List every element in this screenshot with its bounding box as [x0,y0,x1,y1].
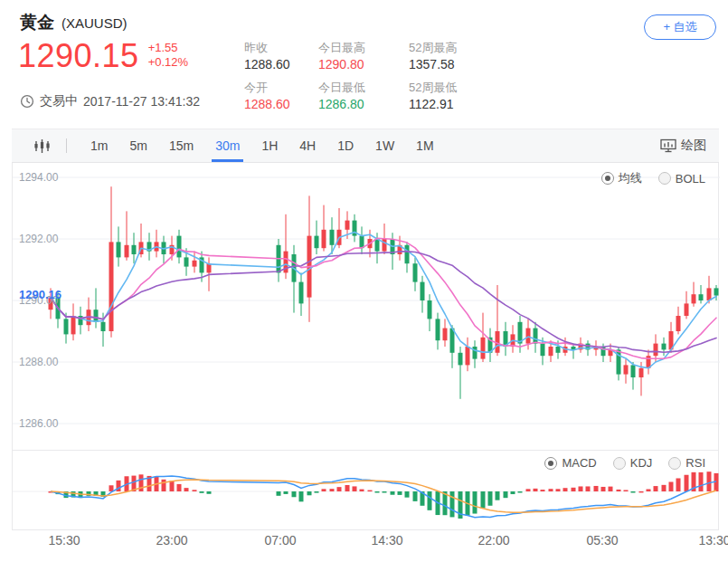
chart-toolbar: 1m5m15m30m1H4H1D1W1M 绘图 [12,129,719,163]
stat-cell-0: 昨收1288.60 [244,40,318,80]
stat-label: 52周最低 [409,80,508,95]
overlay-option-BOLL[interactable]: BOLL [658,172,705,186]
clock-icon [20,94,34,109]
draw-tools-label: 绘图 [681,138,706,154]
x-axis-tick: 13:30 [698,533,728,548]
price-block: 1290.15 +1.55 +0.12% [18,38,188,74]
stat-label: 今日最高 [318,40,409,55]
stat-value: 1288.60 [244,96,318,112]
stat-value: 1288.60 [244,56,318,72]
stat-value: 1357.58 [409,56,508,72]
y-axis-tick: 1288.00 [19,356,58,368]
x-axis-tick: 14:30 [371,533,402,548]
price-change: +1.55 [148,41,188,55]
stat-value: 1290.80 [318,56,409,72]
instrument-name: 黄金 [20,11,54,34]
draw-board-icon [660,138,676,153]
x-axis-tick: 05:30 [586,533,618,548]
instrument-title: 黄金 (XAUUSD) [20,11,128,34]
radio-label: 均线 [619,170,642,186]
radio-icon [601,172,614,185]
stat-label: 昨收 [244,40,318,55]
y-axis-tick: 1294.00 [19,171,58,184]
radio-icon [658,172,671,185]
draw-tools-button[interactable]: 绘图 [660,138,706,154]
radio-label: MACD [562,456,596,470]
timeframe-tab-1m[interactable]: 1m [80,129,118,162]
timeframe-tab-1D[interactable]: 1D [326,129,364,162]
indicator-option-RSI[interactable]: RSI [668,456,705,470]
radio-label: RSI [685,456,705,470]
stat-cell-2: 52周最高1357.58 [409,40,508,80]
timeframe-tabs: 1m5m15m30m1H4H1D1W1M [80,129,445,162]
y-axis-tick: 1292.00 [19,233,58,245]
stat-label: 今开 [244,80,318,95]
stat-label: 今日最低 [318,80,409,95]
indicator-selector: MACDKDJRSI [528,456,705,470]
x-axis-tick: 22:00 [477,533,509,548]
stat-value: 1122.91 [409,96,508,112]
timeframe-tab-1W[interactable]: 1W [364,129,405,162]
candlestick-chart[interactable] [13,163,720,450]
chart-area[interactable]: 1294.001292.001290.001288.001286.00 1290… [12,163,719,530]
stat-cell-1: 今日最高1290.80 [318,40,409,80]
indicator-option-MACD[interactable]: MACD [544,456,596,470]
trading-status-row: 交易中 2017-11-27 13:41:32 [20,93,200,110]
timeframe-tab-30m[interactable]: 30m [204,129,251,162]
overlay-selector: 均线BOLL [585,170,705,186]
x-axis-tick: 23:00 [156,533,187,548]
radio-label: BOLL [676,172,705,186]
stat-cell-5: 52周最低1122.91 [409,80,508,119]
timeframe-tab-4H[interactable]: 4H [288,129,326,162]
current-price-label: 1290.16 [19,288,61,302]
last-price: 1290.15 [18,38,139,74]
toolbar-divider [66,138,67,153]
timeframe-tab-15m[interactable]: 15m [158,129,204,162]
instrument-symbol: (XAUUSD) [61,15,128,31]
x-axis-tick: 15:30 [48,533,80,548]
radio-label: KDJ [630,456,653,470]
timeframe-tab-5m[interactable]: 5m [118,129,157,162]
timeframe-tab-1H[interactable]: 1H [251,129,288,162]
trading-status: 交易中 [40,93,78,110]
stats-grid: 昨收1288.60今日最高1290.8052周最高1357.58今开1288.6… [244,40,534,119]
radio-icon [544,457,557,470]
price-change-percent: +0.12% [148,55,188,70]
y-axis-tick: 1286.00 [19,417,58,430]
stat-value: 1286.80 [318,96,409,112]
timeframe-tab-1M[interactable]: 1M [405,129,444,162]
overlay-option-均线[interactable]: 均线 [601,170,642,186]
candlestick-chart-icon[interactable] [33,138,52,154]
add-watchlist-button[interactable]: + 自选 [644,14,716,40]
quote-datetime: 2017-11-27 13:41:32 [83,94,200,109]
x-axis-labels: 15:3023:0007:0014:3022:0005:3013:30 [12,533,728,553]
indicator-option-KDJ[interactable]: KDJ [613,456,653,470]
quote-page: { "page": { "title": "黄金", "symbol": "(X… [0,0,728,562]
stat-cell-4: 今日最低1286.80 [318,80,409,119]
stat-cell-3: 今开1288.60 [244,80,318,119]
radio-icon [613,457,626,470]
stat-label: 52周最高 [409,40,508,55]
x-axis-tick: 07:00 [264,533,296,548]
radio-icon [668,457,681,470]
